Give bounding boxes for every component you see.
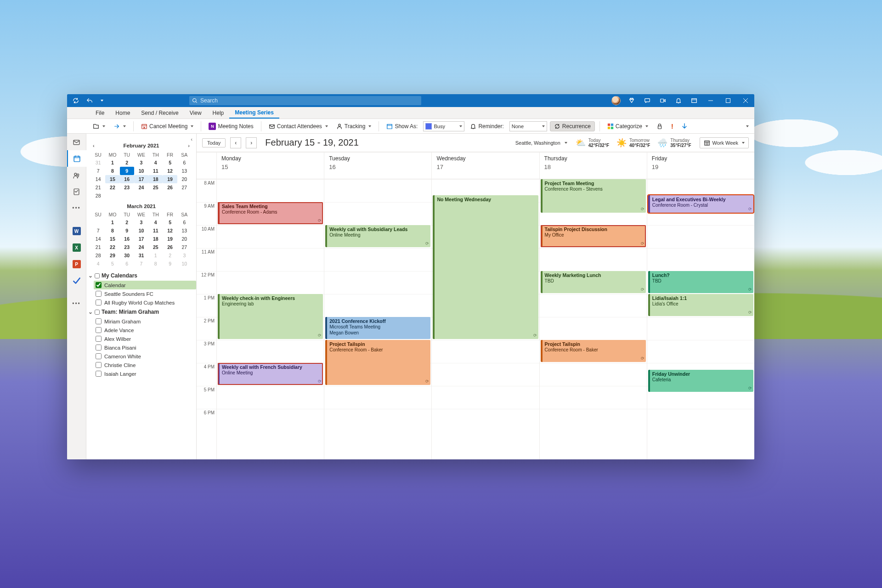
date-cell[interactable]: 11 (148, 167, 163, 175)
date-cell[interactable]: 24 (134, 243, 148, 251)
date-cell[interactable] (91, 218, 105, 226)
contact-attendees-button[interactable]: Contact Attendees (266, 122, 331, 131)
date-cell[interactable]: 6 (120, 260, 134, 268)
calendar-event[interactable]: Weekly Marketing LunchTBD⟳ (541, 271, 646, 293)
day-column[interactable]: Tuesday16Weekly call with Subsidiary Lea… (324, 153, 432, 459)
date-cell[interactable]: 1 (105, 158, 119, 167)
date-cell[interactable]: 22 (105, 243, 119, 251)
tab-send-receive[interactable]: Send / Receive (136, 107, 184, 119)
today-button[interactable]: Today (202, 138, 226, 147)
date-cell[interactable]: 7 (134, 260, 148, 268)
date-cell[interactable]: 14 (91, 235, 105, 243)
bell-icon[interactable] (671, 94, 686, 107)
date-cell[interactable]: 10 (134, 167, 148, 175)
calendar-checkbox[interactable] (96, 282, 102, 288)
date-cell[interactable]: 5 (163, 218, 177, 226)
calendar-item[interactable]: Christie Cline (94, 361, 196, 369)
date-cell[interactable]: 28 (91, 251, 105, 260)
date-cell[interactable]: 21 (91, 243, 105, 251)
powerpoint-icon[interactable]: P (67, 256, 86, 272)
date-cell[interactable]: 4 (148, 218, 163, 226)
date-cell[interactable]: 15 (105, 175, 119, 183)
group-checkbox[interactable] (95, 273, 100, 278)
date-cell[interactable]: 20 (177, 235, 192, 243)
tab-meeting-series[interactable]: Meeting Series (229, 107, 279, 119)
view-mode-picker[interactable]: Work Week (700, 137, 749, 148)
date-cell[interactable]: 17 (134, 235, 148, 243)
date-cell[interactable]: 14 (91, 175, 105, 183)
date-cell[interactable]: 11 (148, 226, 163, 235)
date-cell[interactable]: 6 (177, 158, 192, 167)
day-column[interactable]: Thursday18Project Team MeetingConference… (540, 153, 647, 459)
word-icon[interactable]: W (67, 223, 86, 239)
calendar-event[interactable]: Friday UnwinderCafeteria⟳ (648, 370, 753, 392)
collapse-sidebar-icon[interactable]: ‹ (86, 136, 196, 141)
cancel-meeting-button[interactable]: Cancel Meeting (138, 122, 196, 131)
calendar-checkbox[interactable] (96, 336, 102, 342)
private-button[interactable] (654, 122, 666, 131)
weather-day[interactable]: 🌧️Thursday35°F/27°F (657, 138, 691, 148)
tasks-icon[interactable] (67, 183, 86, 200)
account-avatar[interactable] (608, 94, 624, 107)
more-apps-icon[interactable]: ••• (67, 295, 86, 312)
day-column[interactable]: Friday19Legal and Executives Bi-WeeklyCo… (647, 153, 754, 459)
date-cell[interactable]: 3 (134, 218, 148, 226)
calendar-item[interactable]: Alex Wilber (94, 334, 196, 343)
recurrence-button[interactable]: Recurrence (550, 121, 595, 131)
calendar-item[interactable]: Isaiah Langer (94, 369, 196, 378)
low-importance-button[interactable] (679, 122, 690, 131)
sync-icon[interactable] (70, 94, 82, 107)
next-week-button[interactable]: › (246, 137, 257, 148)
date-cell[interactable]: 15 (105, 235, 119, 243)
calendar-checkbox[interactable] (96, 291, 102, 297)
calendar-grid[interactable]: 8 AM9 AM10 AM11 AM12 PM1 PM2 PM3 PM4 PM5… (197, 152, 754, 459)
panel-icon[interactable] (686, 94, 702, 107)
close-button[interactable] (737, 94, 754, 107)
date-cell[interactable]: 16 (120, 175, 134, 183)
calendar-item[interactable]: Cameron White (94, 352, 196, 361)
diamond-icon[interactable] (624, 94, 639, 107)
meeting-notes-button[interactable]: NMeeting Notes (206, 121, 256, 131)
excel-icon[interactable]: X (67, 239, 86, 256)
date-cell[interactable]: 25 (148, 243, 163, 251)
calendar-event[interactable]: Lunch?TBD⟳ (648, 271, 753, 293)
location-picker[interactable]: Seattle, Washington (515, 140, 567, 146)
video-icon[interactable] (655, 94, 671, 107)
reminder-combo[interactable]: None (509, 121, 547, 131)
date-cell[interactable]: 21 (91, 183, 105, 192)
date-cell[interactable]: 16 (120, 235, 134, 243)
calendar-checkbox[interactable] (96, 318, 102, 324)
calendar-checkbox[interactable] (96, 345, 102, 351)
date-cell[interactable]: 30 (120, 251, 134, 260)
date-cell[interactable]: 27 (177, 183, 192, 192)
date-cell[interactable]: 5 (105, 260, 119, 268)
next-month-button[interactable] (188, 205, 192, 207)
undo-icon[interactable] (84, 94, 96, 107)
date-cell[interactable]: 23 (120, 243, 134, 251)
mail-icon[interactable] (67, 134, 86, 150)
date-cell[interactable]: 1 (148, 251, 163, 260)
date-cell[interactable]: 18 (148, 175, 163, 183)
date-cell[interactable]: 10 (134, 226, 148, 235)
calendar-event[interactable]: Tailspin Project DiscussionMy Office⟳ (541, 225, 646, 247)
show-as-combo[interactable]: Busy (423, 121, 464, 131)
calendar-checkbox[interactable] (96, 371, 102, 377)
date-cell[interactable]: 19 (163, 235, 177, 243)
weather-day[interactable]: ☀️Tomorrow40°F/32°F (616, 138, 650, 148)
date-cell[interactable]: 12 (163, 167, 177, 175)
tab-help[interactable]: Help (207, 107, 230, 119)
tracking-button[interactable]: Tracking (334, 122, 374, 131)
date-cell[interactable]: 3 (134, 158, 148, 167)
date-cell[interactable]: 8 (148, 260, 163, 268)
date-cell[interactable]: 31 (134, 251, 148, 260)
weather-day[interactable]: ⛅Today42°F/32°F (576, 138, 609, 148)
calendar-event[interactable]: Weekly call with Subsidiary LeadsOnline … (325, 225, 430, 247)
more-nav-icon[interactable]: ••• (67, 200, 86, 216)
calendar-item[interactable]: Bianca Pisani (94, 343, 196, 352)
tab-view[interactable]: View (184, 107, 207, 119)
chevron-down-icon[interactable]: ⌄ (88, 272, 93, 279)
qat-dropdown-icon[interactable] (97, 94, 105, 107)
date-cell[interactable]: 29 (105, 251, 119, 260)
calendar-event[interactable]: 2021 Conference KickoffMicrosoft Teams M… (325, 317, 430, 339)
todo-icon[interactable] (67, 272, 86, 289)
